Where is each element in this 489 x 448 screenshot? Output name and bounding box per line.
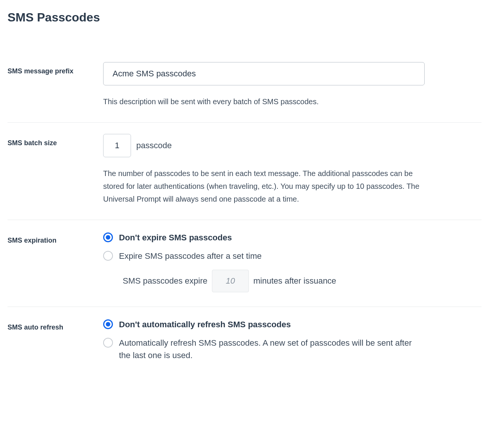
sms-batch-help: The number of passcodes to be sent in ea…	[103, 167, 423, 205]
radio-dont-expire-label: Don't expire SMS passcodes	[119, 231, 232, 244]
expire-sub-suffix: minutes after issuance	[253, 276, 336, 286]
sms-batch-size-input[interactable]	[103, 134, 131, 157]
radio-autorefresh-label: Automatically refresh SMS passcodes. A n…	[119, 337, 416, 361]
expire-minutes-input	[212, 270, 249, 292]
radio-expire-after-label: Expire SMS passcodes after a set time	[119, 250, 262, 262]
radio-dont-expire[interactable]	[103, 232, 113, 242]
sms-prefix-label: SMS message prefix	[8, 62, 103, 75]
sms-autorefresh-label: SMS auto refresh	[8, 318, 103, 331]
radio-dont-autorefresh[interactable]	[103, 319, 113, 329]
page-title: SMS Passcodes	[8, 11, 481, 24]
sms-expiration-label: SMS expiration	[8, 231, 103, 245]
sms-batch-label: SMS batch size	[8, 134, 103, 147]
radio-dont-autorefresh-label: Don't automatically refresh SMS passcode…	[119, 318, 291, 331]
expire-sub-prefix: SMS passcodes expire	[123, 276, 207, 286]
sms-prefix-help: This description will be sent with every…	[103, 95, 423, 108]
radio-expire-after[interactable]	[103, 251, 113, 261]
sms-prefix-input[interactable]	[103, 62, 425, 85]
sms-batch-unit: passcode	[136, 141, 172, 150]
radio-autorefresh[interactable]	[103, 338, 113, 348]
